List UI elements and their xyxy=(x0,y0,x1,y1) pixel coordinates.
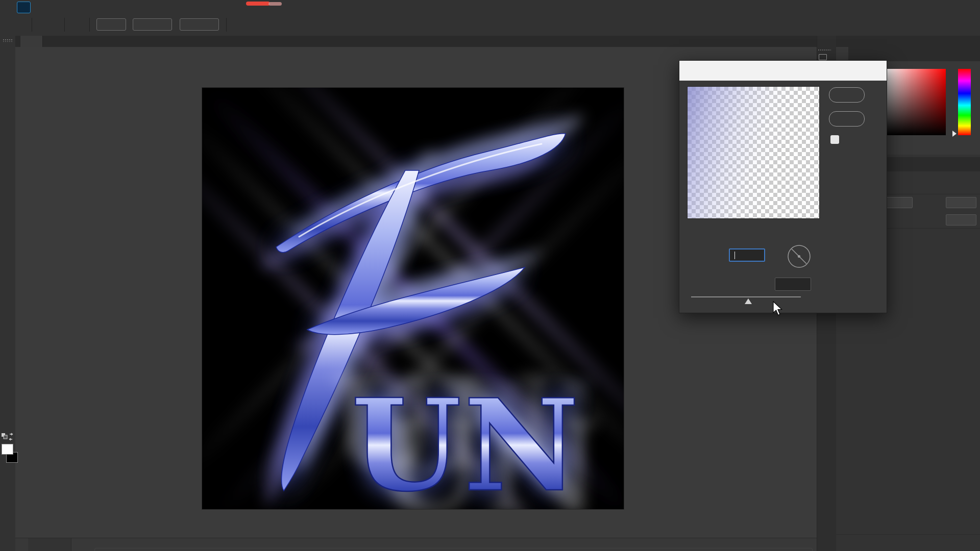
panel-top-bar xyxy=(836,36,980,47)
share-icon[interactable] xyxy=(964,19,974,30)
minimize-icon xyxy=(910,3,917,10)
angle-input[interactable] xyxy=(729,248,765,262)
hand-tool-icon[interactable] xyxy=(40,19,51,30)
document-tab-bar xyxy=(15,36,817,47)
color-field[interactable] xyxy=(887,69,946,135)
lock-position-icon[interactable] xyxy=(888,215,897,224)
dialog-close-icon[interactable] xyxy=(871,66,879,75)
color-panel-tabbar xyxy=(836,47,980,61)
status-bar xyxy=(15,538,817,551)
filter-toggle-icon[interactable] xyxy=(970,181,976,190)
document-tab[interactable] xyxy=(20,36,43,47)
zoom-in-icon[interactable] xyxy=(782,223,793,233)
distance-input[interactable] xyxy=(775,278,811,291)
quick-mask-button[interactable] xyxy=(1,472,14,486)
filter-smart-objects-icon[interactable] xyxy=(955,181,965,190)
photoshop-logo xyxy=(17,2,31,13)
tab-swatches[interactable] xyxy=(863,47,875,61)
chevron-down-icon[interactable] xyxy=(53,22,59,28)
window-controls xyxy=(903,1,971,12)
chevron-down-icon xyxy=(904,199,910,206)
options-bar xyxy=(0,14,980,36)
default-swap-colors[interactable] xyxy=(1,433,14,441)
panel-menu-icon[interactable] xyxy=(968,51,976,58)
angle-dial[interactable] xyxy=(787,244,811,268)
distance-slider-thumb[interactable] xyxy=(745,298,752,304)
hue-strip[interactable] xyxy=(958,69,971,135)
screen-mode-icon xyxy=(3,491,12,500)
screen-mode-button[interactable] xyxy=(1,489,14,502)
lock-artboard-icon[interactable] xyxy=(903,215,912,224)
opacity-select[interactable] xyxy=(946,197,976,208)
blur-preview-haze xyxy=(688,87,819,218)
collapsed-panel-icon[interactable] xyxy=(819,54,827,60)
horizontal-scrollbar[interactable] xyxy=(94,548,813,551)
foreground-color-swatch[interactable] xyxy=(2,444,13,455)
close-icon xyxy=(957,3,964,10)
dialog-preview[interactable] xyxy=(687,86,820,219)
search-icon[interactable] xyxy=(917,19,927,30)
red-annotation-tail xyxy=(268,2,282,6)
scroll-all-windows-icon[interactable] xyxy=(71,19,82,30)
dock-grip[interactable] xyxy=(818,49,831,52)
fill-screen-button[interactable] xyxy=(180,18,219,31)
zoom-out-icon[interactable] xyxy=(713,223,723,233)
canvas-artboard[interactable]: UN xyxy=(202,88,624,509)
red-annotation-highlight xyxy=(246,2,270,6)
distance-slider-track[interactable] xyxy=(691,296,801,297)
fill-select[interactable] xyxy=(946,214,976,226)
lock-all-icon[interactable] xyxy=(918,215,925,224)
mouse-cursor xyxy=(772,301,783,316)
restore-button[interactable] xyxy=(927,1,947,12)
filter-type-layers-icon[interactable] xyxy=(925,181,934,190)
collapse-panels-icon[interactable] xyxy=(821,42,828,48)
chevron-down-icon xyxy=(968,217,974,223)
chevron-down-icon xyxy=(968,199,974,206)
chevron-down-icon[interactable] xyxy=(950,22,955,28)
status-zoom-level[interactable] xyxy=(28,538,71,551)
restore-icon xyxy=(934,3,941,10)
menu-bar xyxy=(0,0,980,14)
filter-adjustment-layers-icon[interactable] xyxy=(910,181,919,190)
ok-button[interactable] xyxy=(829,87,865,103)
tab-close-icon[interactable] xyxy=(32,39,37,44)
panel-menu-icon[interactable] xyxy=(968,161,976,168)
cancel-button[interactable] xyxy=(829,111,865,127)
fit-screen-button[interactable] xyxy=(133,18,172,31)
minimize-button[interactable] xyxy=(903,1,924,12)
zoom-100-button[interactable] xyxy=(96,18,126,31)
workspace-switcher-icon[interactable] xyxy=(938,20,948,29)
dialog-title[interactable] xyxy=(679,61,887,81)
close-button[interactable] xyxy=(950,1,971,12)
fun-artwork: UN xyxy=(202,88,624,509)
tool-strip xyxy=(0,36,16,551)
filter-shape-layers-icon[interactable] xyxy=(940,181,949,190)
preview-checkbox[interactable] xyxy=(830,135,839,144)
status-chevron-icon[interactable] xyxy=(164,541,172,548)
home-icon[interactable] xyxy=(13,19,23,30)
filter-pixel-layers-icon[interactable] xyxy=(893,181,902,190)
layers-panel-bottom-bar xyxy=(836,534,980,551)
quick-mask-icon xyxy=(3,474,12,484)
toolbar-grip[interactable] xyxy=(3,39,13,42)
motion-blur-dialog xyxy=(679,60,887,313)
tab-color[interactable] xyxy=(836,47,848,61)
hue-slider-pointer[interactable] xyxy=(952,131,957,137)
